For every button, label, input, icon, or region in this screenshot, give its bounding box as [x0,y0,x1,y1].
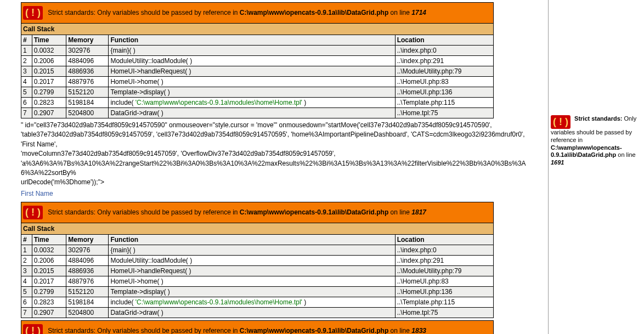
cell-location: ..\index.php:291 [395,56,493,66]
table-row: 70.29075204800DataGrid->draw( )..\Home.t… [21,307,494,318]
cell-function: Template->display( ) [109,87,395,98]
dump-line: " id="cell37e73d402d9ab7354df8059c914570… [21,121,531,130]
cell-memory: 5198184 [66,98,109,108]
side-error-message: ( ! ) Strict standards: Only variables s… [551,115,642,167]
cell-location: ..\index.php:0 [395,46,493,56]
col-num: # [21,35,32,46]
table-row: 60.28235198184include( 'C:\wamp\www\open… [21,297,494,307]
cell-num: 7 [21,108,32,118]
dump-line: 'moveColumn37e73d402d9ab7354df8059c91457… [21,149,531,158]
col-location: Location [395,234,493,245]
warning-icon: ( ! ) [23,206,43,219]
cell-location: ..\ModuleUtility.php:79 [395,265,493,276]
col-time: Time [32,35,66,46]
cell-memory: 5198184 [66,297,109,307]
cell-location: ..\HomeUI.php:83 [395,77,493,87]
cell-time: 0.2799 [32,286,66,297]
cell-num: 6 [21,297,32,307]
cell-num: 3 [21,66,32,77]
cell-num: 5 [21,286,32,297]
xdebug-error-table: ( ! ) Strict standards: Only variables s… [21,202,494,318]
cell-function: {main}( ) [109,46,395,56]
col-num: # [21,234,32,245]
cell-function: HomeUI->handleRequest( ) [109,66,395,77]
error-message: Strict standards: Only variables should … [48,326,240,334]
table-row: 30.20154886936HomeUI->handleRequest( )..… [21,66,494,77]
error-line-number: 1833 [411,326,426,334]
col-memory: Memory [66,234,109,245]
cell-function: Template->display( ) [109,286,395,297]
dump-line: 'table37e73d402d9ab7354df8059c91457059',… [21,130,531,149]
cell-memory: 302976 [66,46,109,56]
cell-function: include( 'C:\wamp\www\opencats-0.9.1a\mo… [109,297,395,307]
cell-function: ModuleUtility::loadModule( ) [109,56,395,66]
col-function: Function [109,234,395,245]
error-header: ( ! ) Strict standards: Only variables s… [21,320,494,334]
cell-time: 0.2823 [32,297,66,307]
on-line-text: on line [388,9,411,16]
on-line-text: on line [388,326,411,334]
cell-function: ModuleUtility::loadModule( ) [109,255,395,265]
cell-time: 0.2907 [32,108,66,118]
side-error-line: 1691 [551,159,564,166]
call-stack-header: Call Stack [21,24,494,35]
error-line-number: 1817 [411,208,426,216]
table-row: 10.0032302976{main}( )..\index.php:0 [21,46,494,56]
cell-memory: 302976 [66,245,109,255]
error-file: C:\wamp\www\opencats-0.9.1a\lib\DataGrid… [240,9,388,16]
cell-num: 2 [21,56,32,66]
cell-function: HomeUI->home( ) [109,276,395,286]
cell-memory: 5152120 [66,87,109,98]
cell-location: ..\Template.php:115 [395,297,493,307]
cell-time: 0.2017 [32,77,66,87]
cell-memory: 4884096 [66,56,109,66]
cell-location: ..\HomeUI.php:136 [395,87,493,98]
raw-html-dump: " id="cell37e73d402d9ab7354df8059c914570… [21,121,531,188]
table-row: 50.27995152120Template->display( )..\Hom… [21,87,494,98]
table-row: 40.20174887976HomeUI->home( )..\HomeUI.p… [21,77,494,87]
cell-function: HomeUI->handleRequest( ) [109,265,395,276]
error-header: ( ! ) Strict standards: Only variables s… [21,202,494,223]
warning-icon: ( ! ) [23,6,43,20]
cell-function: DataGrid->draw( ) [109,108,395,118]
cell-num: 6 [21,98,32,108]
cell-num: 2 [21,255,32,265]
cell-memory: 5204800 [66,307,109,318]
table-row: 20.20064884096ModuleUtility::loadModule(… [21,255,494,265]
cell-function: include( 'C:\wamp\www\opencats-0.9.1a\mo… [109,98,395,108]
col-time: Time [32,234,66,245]
col-function: Function [109,35,395,46]
cell-num: 1 [21,46,32,56]
error-message: Strict standards: Only variables should … [48,9,240,16]
table-row: 30.20154886936HomeUI->handleRequest( )..… [21,265,494,276]
cell-time: 0.0032 [32,46,66,56]
table-row: 10.0032302976{main}( )..\index.php:0 [21,245,494,255]
cell-location: ..\index.php:0 [395,245,493,255]
cell-num: 3 [21,265,32,276]
table-row: 40.20174887976HomeUI->home( )..\HomeUI.p… [21,276,494,286]
side-error-file: C:\wamp\www\opencats-0.9.1a\lib\DataGrid… [551,144,622,158]
cell-memory: 4886936 [66,66,109,77]
cell-memory: 4886936 [66,265,109,276]
side-error-title: Strict standards: [574,115,622,122]
error-line-number: 1714 [411,9,426,16]
on-line-text: on line [388,208,411,216]
cell-time: 0.2006 [32,255,66,265]
cell-time: 0.2907 [32,307,66,318]
error-file: C:\wamp\www\opencats-0.9.1a\lib\DataGrid… [240,326,388,334]
table-row: 50.27995152120Template->display( )..\Hom… [21,286,494,297]
cell-time: 0.2015 [32,265,66,276]
error-file: C:\wamp\www\opencats-0.9.1a\lib\DataGrid… [240,208,388,216]
table-row: 20.20064884096ModuleUtility::loadModule(… [21,56,494,66]
cell-num: 1 [21,245,32,255]
warning-icon: ( ! ) [23,324,43,334]
cell-location: ..\index.php:291 [395,255,493,265]
cell-location: ..\Template.php:115 [395,98,493,108]
cell-location: ..\Home.tpl:75 [395,108,493,118]
cell-num: 4 [21,276,32,286]
cell-memory: 4887976 [66,77,109,87]
cell-time: 0.0032 [32,245,66,255]
call-stack-header: Call Stack [21,223,494,234]
xdebug-error-table: ( ! ) Strict standards: Only variables s… [21,2,494,118]
col-location: Location [395,35,493,46]
